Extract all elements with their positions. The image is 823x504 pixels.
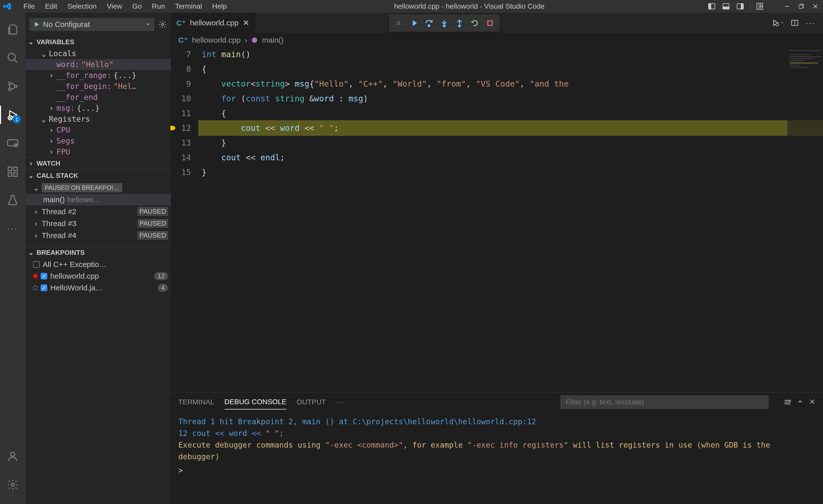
- register-fpu[interactable]: › FPU: [25, 146, 171, 157]
- panel-tab-more[interactable]: ···: [336, 395, 345, 409]
- callstack-label: CALL STACK: [37, 172, 78, 180]
- watch-section[interactable]: › WATCH: [25, 157, 171, 169]
- more-icon[interactable]: ···: [4, 219, 22, 238]
- console-line: "-exec info registers": [467, 441, 568, 449]
- console-filter-input[interactable]: [560, 395, 769, 409]
- run-config-select[interactable]: No Configurat: [29, 18, 154, 31]
- chevron-down-icon: ⌄: [33, 183, 39, 192]
- editor-tab-helloworld[interactable]: C⁺ helloworld.cpp ✕: [171, 13, 255, 33]
- svg-point-32: [459, 25, 460, 27]
- layout-icon-1[interactable]: [707, 2, 716, 11]
- menu-terminal[interactable]: Terminal: [170, 1, 206, 12]
- checkbox-checked-icon[interactable]: ✓: [41, 273, 47, 280]
- menu-view[interactable]: View: [102, 1, 127, 12]
- callstack-thread-3[interactable]: › Thread #3 PAUSED: [25, 217, 171, 229]
- callstack-session[interactable]: ⌄ PAUSED ON BREAKPOI…: [25, 182, 171, 194]
- register-segs[interactable]: › Segs: [25, 135, 171, 146]
- close-button[interactable]: [811, 2, 820, 11]
- watch-label: WATCH: [37, 160, 60, 167]
- clear-console-icon[interactable]: [784, 398, 791, 406]
- layout-icon-2[interactable]: [721, 2, 730, 11]
- extensions-icon[interactable]: [4, 163, 22, 181]
- panel-tab-debug-console[interactable]: DEBUG CONSOLE: [224, 395, 287, 409]
- customize-layout-icon[interactable]: [756, 2, 765, 11]
- layout-icon-3[interactable]: [735, 2, 745, 11]
- bp-label: helloworld.cpp: [50, 272, 99, 281]
- more-actions-icon[interactable]: ···: [806, 18, 815, 28]
- search-icon[interactable]: [4, 49, 22, 67]
- breadcrumb[interactable]: C⁺ helloworld.cpp › main(): [171, 33, 823, 47]
- menu-run[interactable]: Run: [147, 1, 169, 12]
- breakpoint-helloworld-java[interactable]: ✓ HelloWorld.ja… 4: [25, 282, 171, 294]
- line-number: 15: [171, 165, 191, 180]
- menu-help[interactable]: Help: [207, 1, 231, 12]
- testing-icon[interactable]: [4, 191, 22, 209]
- split-editor-icon[interactable]: [791, 19, 798, 26]
- console-line: , for example: [403, 441, 467, 449]
- step-over-button[interactable]: [423, 16, 436, 30]
- variable-for-end[interactable]: __for_end: [25, 92, 171, 103]
- maximize-button[interactable]: [797, 2, 806, 11]
- register-cpu[interactable]: › CPU: [25, 125, 171, 135]
- callstack-section[interactable]: ⌄ CALL STACK: [25, 169, 171, 182]
- stop-button[interactable]: [483, 16, 497, 30]
- line-number: 7: [171, 47, 191, 62]
- breadcrumb-file[interactable]: helloworld.cpp: [192, 36, 241, 44]
- debug-toolbar[interactable]: [389, 15, 499, 31]
- explorer-icon[interactable]: [4, 20, 22, 39]
- console-prompt[interactable]: >: [178, 465, 815, 476]
- svg-point-26: [397, 23, 398, 24]
- checkbox-unchecked-icon[interactable]: [33, 261, 40, 268]
- source-control-icon[interactable]: [4, 77, 22, 96]
- cpp-file-icon: C⁺: [178, 35, 188, 44]
- settings-icon[interactable]: [159, 20, 167, 28]
- account-icon[interactable]: [4, 447, 22, 465]
- svg-point-27: [399, 23, 400, 24]
- run-dropdown-icon[interactable]: [772, 19, 784, 26]
- callstack-thread-4[interactable]: › Thread #4 PAUSED: [25, 229, 171, 241]
- close-tab-icon[interactable]: ✕: [242, 18, 250, 28]
- breakpoints-section[interactable]: ⌄ BREAKPOINTS: [25, 246, 171, 259]
- variable-for-begin[interactable]: __for_begin: "Hel…: [25, 81, 171, 92]
- variable-for-range[interactable]: › __for_range: {...}: [25, 70, 171, 81]
- menu-file[interactable]: File: [19, 1, 39, 12]
- callstack-thread-2[interactable]: › Thread #2 PAUSED: [25, 205, 171, 217]
- panel-tab-terminal[interactable]: TERMINAL: [178, 395, 214, 409]
- step-out-button[interactable]: [453, 16, 466, 30]
- settings-gear-icon[interactable]: [4, 476, 22, 494]
- code-lines[interactable]: int main() { vector<string> msg{"Hello",…: [199, 47, 823, 392]
- svg-point-30: [428, 25, 430, 26]
- menu-selection[interactable]: Selection: [63, 1, 101, 12]
- registers-scope[interactable]: ⌄ Registers: [25, 114, 171, 125]
- variable-word[interactable]: word: "Hello": [25, 59, 171, 70]
- breakpoint-helloworld[interactable]: ✓ helloworld.cpp 12: [25, 270, 171, 282]
- panel-tab-output[interactable]: OUTPUT: [297, 395, 326, 409]
- code-editor[interactable]: 7 8 9 10 11 12 13 14 15 int main() { ve: [171, 47, 823, 392]
- run-debug-icon[interactable]: 1: [4, 106, 22, 124]
- menu-go[interactable]: Go: [128, 1, 146, 12]
- continue-button[interactable]: [407, 16, 421, 30]
- menu-edit[interactable]: Edit: [40, 1, 62, 12]
- minimap[interactable]: [788, 47, 823, 392]
- close-panel-icon[interactable]: [809, 398, 815, 406]
- variables-section[interactable]: ⌄ VARIABLES: [25, 36, 171, 48]
- restart-button[interactable]: [468, 16, 481, 30]
- svg-point-10: [8, 53, 15, 60]
- svg-rect-5: [741, 4, 744, 9]
- drag-handle-icon[interactable]: [392, 16, 405, 30]
- locals-scope[interactable]: ⌄ Locals: [25, 48, 171, 59]
- callstack-frame-main[interactable]: main() hellowo…: [25, 194, 171, 205]
- play-icon: [33, 21, 40, 28]
- breakpoint-all-cpp[interactable]: All C++ Exceptio…: [25, 259, 171, 270]
- step-into-button[interactable]: [438, 16, 451, 30]
- debug-console-output[interactable]: Thread 1 hit Breakpoint 2, main () at C:…: [171, 412, 823, 504]
- console-line: "-exec <command>": [325, 441, 403, 449]
- register-name: CPU: [56, 126, 70, 134]
- minimize-button[interactable]: [782, 2, 792, 11]
- breadcrumb-symbol[interactable]: main(): [262, 36, 284, 44]
- variable-msg[interactable]: › msg: {...}: [25, 103, 171, 114]
- line-gutter: 7 8 9 10 11 12 13 14 15: [171, 47, 199, 392]
- checkbox-checked-icon[interactable]: ✓: [41, 285, 47, 291]
- remote-icon[interactable]: [4, 134, 22, 152]
- maximize-panel-icon[interactable]: [797, 398, 803, 406]
